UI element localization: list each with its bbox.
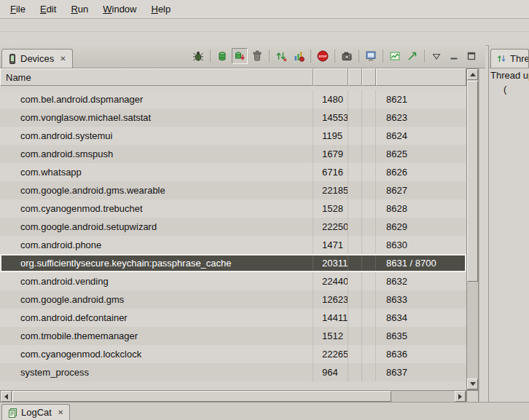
empty-cell [362, 345, 376, 363]
empty-cell [362, 309, 376, 327]
process-pid: 1480 [313, 90, 348, 108]
empty-cell [362, 127, 376, 145]
process-port: 8630 [376, 236, 466, 254]
close-icon[interactable]: ✕ [58, 408, 63, 416]
scroll-down-icon[interactable] [467, 379, 478, 389]
table-row[interactable]: com.google.android.setupwizard 22250 862… [0, 218, 466, 236]
menu-window[interactable]: Window [95, 1, 144, 17]
update-threads-icon[interactable] [273, 48, 289, 64]
scroll-right-icon[interactable] [455, 391, 466, 402]
menu-run[interactable]: Run [63, 1, 95, 17]
process-name: com.google.android.gms [0, 290, 313, 309]
scrollbar-corner [466, 390, 479, 403]
process-pid: 22440 [313, 272, 348, 290]
empty-cell [362, 290, 376, 309]
process-pid: 22185 [313, 181, 348, 199]
menu-help[interactable]: Help [144, 1, 178, 17]
minimize-icon[interactable] [446, 48, 462, 64]
table-row[interactable]: org.sufficientlysecure.keychain:passphra… [0, 254, 466, 272]
process-name: com.cyanogenmod.trebuchet [0, 199, 313, 218]
menu-file[interactable]: File [3, 1, 33, 17]
menu-bar: File Edit Run Window Help [0, 0, 529, 19]
process-name: com.android.systemui [0, 127, 313, 145]
process-pid: 14411 [313, 309, 348, 327]
process-pid: 22250 [313, 218, 348, 236]
vertical-scrollbar-thumb[interactable] [467, 81, 478, 282]
systrace-icon[interactable] [387, 48, 403, 64]
maximize-icon[interactable] [463, 48, 479, 64]
process-pid: 14553 [313, 108, 348, 127]
table-row[interactable]: com.cyanogenmod.lockclock 22265 8636 [0, 345, 466, 363]
process-pid: 12623 [313, 290, 348, 309]
toolbar-separator [358, 49, 359, 63]
svg-text:STOP: STOP [319, 55, 327, 58]
view-hierarchy-icon[interactable] [363, 48, 379, 64]
process-port: 8625 [376, 145, 466, 163]
process-pid: 20311 [313, 254, 348, 272]
debug-process-icon[interactable] [190, 48, 206, 64]
method-profiling-icon[interactable] [291, 48, 307, 64]
empty-cell [348, 327, 362, 345]
table-row[interactable]: com.google.android.gms 12623 8633 [0, 290, 466, 309]
screen-capture-icon[interactable] [339, 48, 355, 64]
stop-process-icon[interactable]: STOP [315, 48, 331, 64]
cause-gc-icon[interactable] [249, 48, 265, 64]
empty-cell [348, 345, 362, 363]
empty-cell [348, 108, 362, 127]
menu-edit[interactable]: Edit [33, 1, 63, 17]
update-heap-icon[interactable] [214, 48, 230, 64]
table-row[interactable]: com.cyanogenmod.trebuchet 1528 8628 [0, 199, 466, 218]
table-row[interactable]: com.vonglasow.michael.satstat 14553 8623 [0, 108, 466, 127]
scroll-left-icon[interactable] [1, 391, 12, 402]
table-row[interactable]: com.tmobile.thememanager 1512 8635 [0, 327, 466, 345]
table-row[interactable]: com.google.android.gms.wearable 22185 86… [0, 181, 466, 199]
process-name: system_process [0, 363, 313, 381]
empty-cell [348, 236, 362, 254]
tab-devices[interactable]: Devices ✕ [1, 49, 73, 68]
scroll-up-icon[interactable] [467, 69, 478, 80]
opengl-trace-icon[interactable] [404, 48, 420, 64]
device-tab-icon [8, 54, 17, 64]
empty-cell [362, 254, 376, 272]
table-row[interactable]: com.whatsapp 6716 8626 [0, 163, 466, 181]
close-icon[interactable]: ✕ [60, 55, 66, 63]
table-row[interactable]: system_process 964 8637 [0, 363, 466, 381]
process-port: 8627 [376, 181, 466, 199]
empty-cell [348, 90, 362, 108]
tab-logcat-label: LogCat [21, 407, 52, 418]
process-name: com.google.android.gms.wearable [0, 181, 313, 199]
table-row[interactable]: com.android.vending 22440 8632 [0, 272, 466, 290]
toolbar-separator [310, 49, 311, 63]
process-port: 8623 [376, 108, 466, 127]
table-row[interactable]: com.android.defcontainer 14411 8634 [0, 309, 466, 327]
tab-logcat[interactable]: LogCat ✕ [1, 404, 70, 420]
threads-tabbar: Threads [489, 45, 529, 68]
process-name: com.cyanogenmod.lockclock [0, 345, 313, 363]
threads-message-line1: Thread up [490, 70, 529, 81]
empty-cell [362, 199, 376, 218]
threads-panel: Threads Thread up ( [488, 45, 529, 403]
process-name: org.sufficientlysecure.keychain:passphra… [0, 254, 313, 272]
table-row[interactable]: com.android.phone 1471 8630 [0, 236, 466, 254]
horizontal-scrollbar[interactable] [0, 390, 466, 403]
view-menu-icon[interactable] [428, 48, 444, 64]
devices-tabbar: Devices ✕ [0, 45, 485, 68]
process-name: com.whatsapp [0, 163, 313, 181]
device-table-body: com.bel.android.dspmanager 1480 8621 com… [0, 86, 466, 390]
horizontal-scrollbar-thumb[interactable] [12, 391, 391, 402]
column-header-empty [362, 68, 376, 86]
table-row[interactable]: com.android.smspush 1679 8625 [0, 145, 466, 163]
vertical-scrollbar[interactable] [466, 68, 479, 390]
column-header-name[interactable]: Name [0, 68, 313, 86]
threads-message-line2: ( [503, 84, 506, 95]
table-row[interactable]: com.android.systemui 1195 8624 [0, 127, 466, 145]
tab-threads[interactable]: Threads [490, 49, 529, 68]
dump-hprof-icon[interactable] [232, 48, 248, 64]
main-toolbar [0, 20, 529, 46]
toolbar-separator [424, 49, 425, 63]
logcat-bar: LogCat ✕ [0, 402, 529, 420]
empty-cell [348, 290, 362, 309]
empty-cell [348, 199, 362, 218]
table-row[interactable]: com.bel.android.dspmanager 1480 8621 [0, 90, 466, 108]
empty-cell [348, 218, 362, 236]
